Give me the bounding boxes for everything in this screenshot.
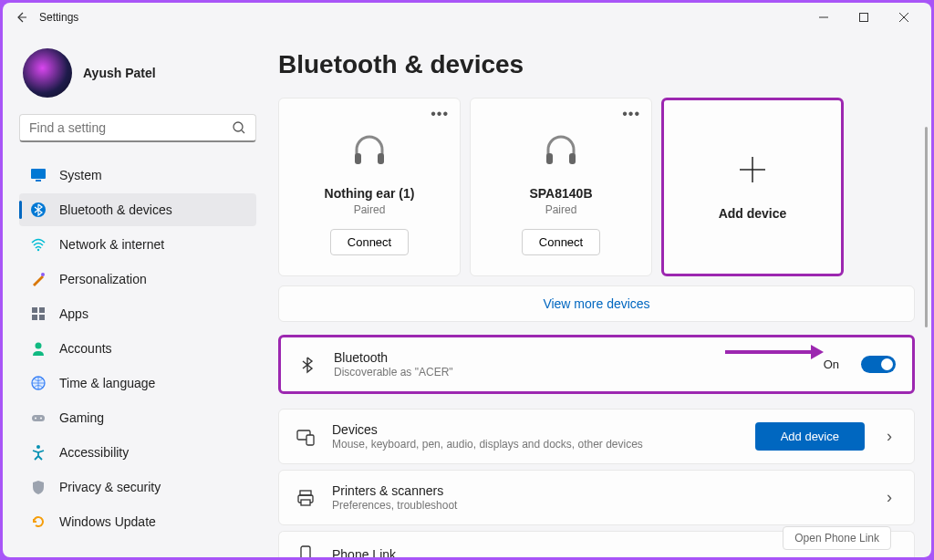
svg-rect-7 (36, 180, 41, 181)
nav-item-privacy[interactable]: Privacy & security (19, 471, 256, 503)
search-box[interactable] (19, 114, 256, 142)
apps-icon (30, 306, 47, 322)
open-phone-link-button[interactable]: Open Phone Link (783, 526, 891, 550)
settings-window: Settings Ayush Patel System (3, 3, 931, 557)
svg-point-9 (37, 249, 39, 251)
close-icon (899, 13, 908, 22)
bluetooth-toggle[interactable] (861, 356, 896, 373)
brush-icon (30, 271, 47, 287)
device-name: Nothing ear (1) (325, 186, 415, 201)
maximize-button[interactable] (844, 5, 884, 30)
monitor-icon (30, 167, 47, 183)
close-button[interactable] (884, 5, 924, 30)
arrow-left-icon (14, 10, 28, 25)
svg-rect-6 (31, 169, 46, 179)
globe-icon (30, 375, 47, 391)
row-subtitle: Mouse, keyboard, pen, audio, displays an… (332, 438, 739, 451)
devices-row[interactable]: Devices Mouse, keyboard, pen, audio, dis… (278, 409, 915, 464)
nav-item-system[interactable]: System (19, 159, 256, 192)
person-icon (30, 340, 47, 357)
svg-rect-21 (355, 153, 361, 164)
accessibility-icon (30, 444, 47, 461)
svg-rect-29 (306, 435, 314, 445)
scrollbar[interactable] (925, 127, 928, 327)
view-more-devices[interactable]: View more devices (278, 285, 915, 322)
nav-item-network[interactable]: Network & internet (19, 228, 256, 261)
gamepad-icon (30, 410, 47, 426)
nav-label: Gaming (59, 410, 104, 425)
search-icon (232, 120, 246, 135)
profile[interactable]: Ayush Patel (19, 39, 256, 114)
row-subtitle: Preferences, troubleshoot (332, 499, 865, 512)
nav-label: Network & internet (59, 237, 164, 252)
device-menu-button[interactable]: ••• (622, 106, 640, 122)
nav-item-bluetooth[interactable]: Bluetooth & devices (19, 193, 256, 226)
phone-icon (296, 544, 316, 557)
nav-item-accessibility[interactable]: Accessibility (19, 436, 256, 469)
shield-icon (30, 479, 47, 495)
add-device-button[interactable]: Add device (755, 422, 865, 451)
device-card: ••• Nothing ear (1) Paired Connect (278, 98, 461, 276)
svg-rect-14 (39, 315, 45, 320)
svg-point-18 (35, 418, 36, 420)
add-device-label: Add device (719, 206, 787, 221)
nav-item-personalization[interactable]: Personalization (19, 263, 256, 296)
svg-rect-11 (32, 307, 37, 313)
bluetooth-icon (297, 355, 317, 375)
maximize-icon (859, 13, 868, 22)
device-card: ••• SPA8140B Paired Connect (470, 98, 652, 276)
row-text: Devices Mouse, keyboard, pen, audio, dis… (332, 422, 739, 451)
nav-label: Time & language (59, 376, 155, 390)
titlebar: Settings (3, 3, 931, 32)
svg-rect-22 (378, 153, 384, 164)
svg-rect-1 (860, 14, 868, 22)
svg-rect-24 (569, 153, 576, 164)
nav: System Bluetooth & devices Network & int… (19, 159, 256, 538)
svg-rect-33 (301, 546, 310, 557)
device-name: SPA8140B (529, 186, 592, 201)
arrow-hint-icon (725, 342, 825, 362)
window-title: Settings (39, 11, 78, 24)
headphones-icon (541, 130, 581, 170)
sidebar: Ayush Patel System Bluetooth & devices N… (3, 32, 267, 557)
device-status: Paired (545, 203, 577, 216)
search-input[interactable] (29, 120, 232, 135)
svg-rect-13 (32, 315, 37, 320)
printers-row[interactable]: Printers & scanners Preferences, trouble… (278, 470, 915, 525)
svg-rect-32 (301, 500, 310, 505)
svg-line-5 (242, 130, 244, 133)
chevron-right-icon[interactable]: › (881, 427, 898, 446)
update-icon (30, 513, 47, 530)
row-title: Printers & scanners (332, 483, 865, 498)
svg-rect-30 (300, 491, 311, 495)
headphones-icon (349, 130, 389, 170)
body: Ayush Patel System Bluetooth & devices N… (3, 32, 931, 557)
nav-label: Windows Update (59, 514, 156, 529)
nav-item-apps[interactable]: Apps (19, 297, 256, 330)
nav-label: Accessibility (59, 445, 129, 460)
connect-button[interactable]: Connect (522, 229, 600, 255)
nav-item-time[interactable]: Time & language (19, 367, 256, 399)
nav-label: System (59, 168, 102, 182)
bluetooth-subtitle: Discoverable as "ACER" (334, 366, 807, 379)
wifi-icon (30, 236, 47, 253)
chevron-right-icon[interactable]: › (881, 488, 898, 507)
add-device-card[interactable]: Add device (661, 98, 844, 276)
window-controls (804, 5, 924, 30)
nav-label: Personalization (59, 272, 147, 286)
bluetooth-icon (30, 202, 47, 218)
minimize-button[interactable] (804, 5, 844, 30)
bluetooth-row: Bluetooth Discoverable as "ACER" On (278, 335, 915, 394)
connect-button[interactable]: Connect (330, 229, 409, 255)
svg-rect-12 (39, 307, 45, 313)
svg-rect-17 (32, 415, 45, 421)
svg-point-19 (40, 418, 42, 420)
device-menu-button[interactable]: ••• (431, 106, 449, 122)
nav-item-gaming[interactable]: Gaming (19, 401, 256, 434)
svg-point-20 (36, 445, 40, 449)
back-button[interactable] (10, 6, 32, 28)
devices-icon (296, 427, 316, 447)
nav-item-update[interactable]: Windows Update (19, 505, 256, 538)
main: Bluetooth & devices ••• Nothing ear (1) … (267, 32, 931, 557)
nav-item-accounts[interactable]: Accounts (19, 332, 256, 365)
